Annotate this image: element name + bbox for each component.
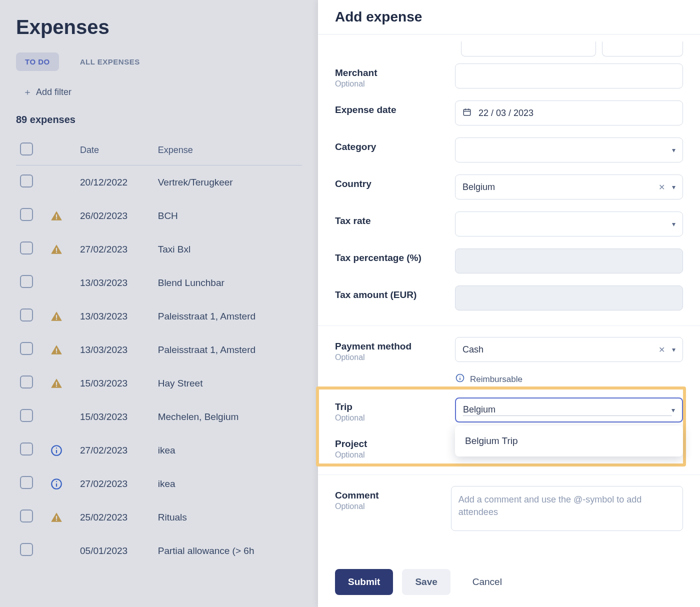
cancel-button[interactable]: Cancel	[460, 569, 515, 595]
warning-icon	[50, 310, 72, 323]
tax-amount-label: Tax amount (EUR)	[335, 290, 455, 300]
merchant-input[interactable]	[455, 64, 683, 88]
table-row[interactable]: 27/02/2023ikea	[16, 434, 302, 467]
row-checkbox[interactable]	[20, 242, 33, 254]
table-row[interactable]: 27/02/2023ikea	[16, 467, 302, 500]
tax-percentage-label: Tax percentage (%)	[335, 252, 455, 264]
expenses-list-pane: Expenses TO DO ALL EXPENSES ＋ Add filter…	[0, 0, 318, 607]
row-date: 13/03/2023	[76, 333, 154, 366]
expenses-table: Date Expense 20/12/2022Vertrek/Terugkeer…	[16, 136, 302, 568]
payment-method-select[interactable]: Cash ✕ ▾	[455, 337, 683, 362]
svg-rect-8	[56, 382, 57, 385]
svg-rect-1	[56, 218, 57, 219]
row-checkbox[interactable]	[20, 543, 33, 556]
row-expense: Paleisstraat 1, Amsterd	[154, 333, 302, 366]
row-date: 25/02/2023	[76, 500, 154, 534]
warning-icon	[50, 243, 72, 256]
row-date: 15/03/2023	[76, 400, 154, 434]
row-checkbox[interactable]	[20, 308, 33, 322]
drawer-title: Add expense	[335, 9, 683, 25]
merchant-optional: Optional	[335, 80, 455, 88]
row-expense: Taxi Bxl	[154, 232, 302, 266]
trip-optional: Optional	[335, 414, 455, 422]
row-checkbox[interactable]	[20, 342, 33, 355]
tab-todo[interactable]: TO DO	[16, 52, 59, 71]
table-row[interactable]: 25/02/2023Rituals	[16, 500, 302, 534]
payment-method-label: Payment method	[335, 341, 455, 352]
project-optional: Optional	[335, 450, 455, 460]
category-select[interactable]: ▾	[455, 138, 683, 162]
table-row[interactable]: 13/03/2023Paleisstraat 1, Amsterd	[16, 300, 302, 333]
row-checkbox[interactable]	[20, 442, 33, 456]
country-select[interactable]: Belgium ✕ ▾	[455, 174, 683, 200]
row-expense: Hay Street	[154, 366, 302, 400]
row-expense: Paleisstraat 1, Amsterd	[154, 300, 302, 333]
trip-select[interactable]: Belgium ▾	[455, 398, 683, 422]
project-label: Project	[335, 438, 455, 450]
trip-label: Trip	[335, 402, 455, 412]
row-checkbox[interactable]	[20, 174, 33, 188]
row-date: 13/03/2023	[76, 266, 154, 300]
amount-field-partial[interactable]	[461, 42, 596, 56]
row-checkbox[interactable]	[20, 510, 33, 522]
row-expense: ikea	[154, 434, 302, 467]
country-label: Country	[335, 178, 455, 190]
trip-option-belgium-trip[interactable]: Belgium Trip	[455, 428, 683, 454]
add-filter-label: Add filter	[36, 87, 72, 98]
svg-point-15	[56, 481, 57, 482]
row-date: 05/01/2023	[76, 534, 154, 568]
expense-date-value: 22 / 03 / 2023	[478, 108, 534, 118]
chevron-down-icon: ▾	[672, 146, 676, 154]
expense-date-input[interactable]: 22 / 03 / 2023	[455, 100, 683, 126]
plus-icon: ＋	[23, 86, 32, 98]
comment-textarea[interactable]: Add a comment and use the @-symbol to ad…	[451, 486, 683, 531]
row-expense: Vertrek/Terugkeer	[154, 166, 302, 200]
trip-dropdown: Belgium Trip	[455, 426, 683, 456]
table-row[interactable]: 26/02/2023BCH	[16, 199, 302, 232]
payment-method-value: Cash	[462, 344, 658, 355]
submit-button[interactable]: Submit	[335, 569, 393, 595]
tax-amount-input	[455, 286, 683, 310]
row-checkbox[interactable]	[20, 476, 33, 489]
svg-rect-6	[56, 348, 57, 352]
select-all-checkbox[interactable]	[20, 142, 33, 156]
row-date: 13/03/2023	[76, 300, 154, 333]
table-row[interactable]: 15/03/2023Hay Street	[16, 366, 302, 400]
chevron-down-icon: ▾	[672, 220, 676, 228]
row-checkbox[interactable]	[20, 376, 33, 388]
svg-rect-9	[56, 386, 57, 386]
add-filter-button[interactable]: ＋ Add filter	[16, 81, 78, 103]
row-checkbox[interactable]	[20, 409, 33, 422]
save-button[interactable]: Save	[402, 569, 450, 595]
svg-rect-3	[56, 252, 57, 252]
row-expense: BCH	[154, 199, 302, 232]
warning-icon	[50, 210, 72, 222]
table-row[interactable]: 13/03/2023Paleisstraat 1, Amsterd	[16, 333, 302, 366]
table-row[interactable]: 20/12/2022Vertrek/Terugkeer	[16, 166, 302, 200]
tabs: TO DO ALL EXPENSES	[16, 52, 302, 71]
country-value: Belgium	[462, 182, 658, 192]
calendar-icon	[462, 108, 472, 119]
svg-rect-18	[464, 109, 470, 115]
table-row[interactable]: 05/01/2023Partial allowance (> 6h	[16, 534, 302, 568]
tax-rate-label: Tax rate	[335, 216, 455, 226]
table-row[interactable]: 27/02/2023Taxi Bxl	[16, 232, 302, 266]
warning-icon	[50, 377, 72, 390]
table-row[interactable]: 15/03/2023Mechelen, Belgium	[16, 400, 302, 434]
expense-date-label: Expense date	[335, 104, 455, 116]
clear-icon[interactable]: ✕	[658, 182, 665, 192]
info-icon	[50, 444, 72, 457]
clear-icon[interactable]: ✕	[658, 345, 665, 354]
page-title: Expenses	[16, 16, 302, 38]
row-checkbox[interactable]	[20, 275, 33, 288]
table-row[interactable]: 13/03/2023Blend Lunchbar	[16, 266, 302, 300]
currency-field-partial[interactable]	[602, 42, 683, 56]
column-expense[interactable]: Expense	[154, 136, 302, 166]
row-checkbox[interactable]	[20, 208, 33, 221]
info-icon	[50, 478, 72, 490]
tab-all-expenses[interactable]: ALL EXPENSES	[71, 52, 149, 71]
row-expense: Blend Lunchbar	[154, 266, 302, 300]
column-date[interactable]: Date	[76, 136, 154, 166]
row-date: 26/02/2023	[76, 199, 154, 232]
tax-rate-select[interactable]: ▾	[455, 212, 683, 236]
